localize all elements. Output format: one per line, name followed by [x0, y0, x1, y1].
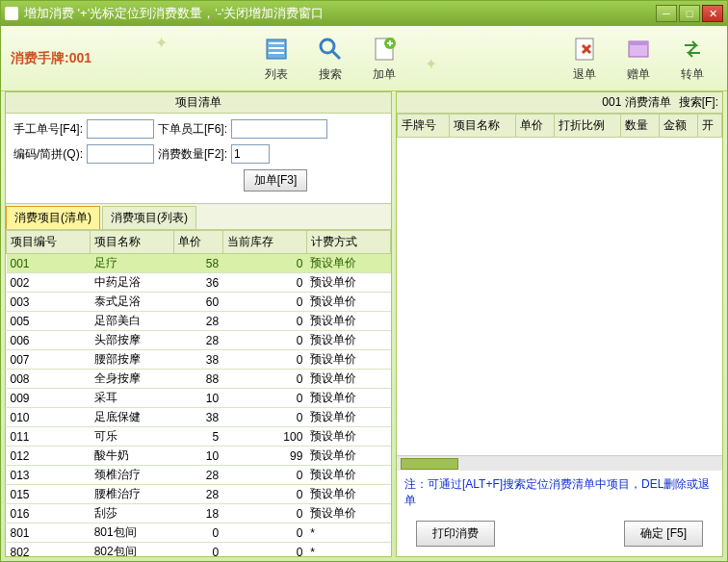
right-title-left: 001 消费清单 — [397, 94, 675, 111]
tabs: 消费项目(清单)消费项目(列表) — [6, 204, 391, 230]
col-header[interactable]: 当前库存 — [222, 231, 306, 254]
col-header[interactable]: 项目名称 — [91, 231, 174, 254]
toolbar-列表[interactable]: 列表 — [261, 34, 292, 83]
col-header[interactable]: 项目名称 — [450, 115, 516, 138]
col-header[interactable]: 开 — [697, 115, 721, 138]
加单-icon — [369, 34, 400, 64]
table-row[interactable]: 009采耳100预设单价 — [7, 389, 391, 408]
table-row[interactable]: 016刮莎180预设单价 — [7, 504, 391, 524]
add-button[interactable]: 加单[F3] — [244, 169, 308, 192]
app-icon — [5, 7, 18, 20]
items-table: 项目编号项目名称单价当前库存计费方式 001足疗580预设单价002中药足浴36… — [6, 230, 391, 556]
horizontal-scrollbar[interactable] — [397, 455, 722, 471]
svg-line-5 — [332, 51, 340, 59]
table-row[interactable]: 006头部按摩280预设单价 — [7, 331, 391, 350]
col-header[interactable]: 金额 — [659, 115, 697, 138]
toolbar-label: 退单 — [573, 66, 596, 83]
table-row[interactable]: 011可乐5100预设单价 — [7, 427, 391, 447]
table-row[interactable]: 002中药足浴360预设单价 — [7, 273, 391, 293]
star-decoration: ✦ — [155, 34, 174, 53]
left-table-wrap[interactable]: 项目编号项目名称单价当前库存计费方式 001足疗580预设单价002中药足浴36… — [6, 230, 391, 556]
table-row[interactable]: 008全身按摩880预设单价 — [7, 370, 391, 389]
col-header[interactable]: 项目编号 — [7, 231, 91, 254]
right-panel: 001 消费清单 搜索[F]: 手牌号项目名称单价打折比例数量金额开 注：可通过… — [396, 91, 723, 557]
table-row[interactable]: 010足底保健380预设单价 — [7, 408, 391, 427]
code-label: 编码/简拼(Q): — [13, 146, 83, 163]
qty-label: 消费数量[F2]: — [158, 146, 227, 163]
right-title-search: 搜索[F]: — [675, 94, 722, 111]
table-row[interactable]: 007腰部按摩380预设单价 — [7, 350, 391, 370]
consume-table: 手牌号项目名称单价打折比例数量金额开 — [397, 114, 722, 138]
toolbar-label: 赠单 — [627, 66, 650, 83]
toolbar-label: 转单 — [681, 66, 704, 83]
table-row[interactable]: 012酸牛奶1099预设单价 — [7, 447, 391, 466]
qty-input[interactable] — [231, 144, 270, 164]
table-row[interactable]: 013颈椎治疗280预设单价 — [7, 466, 391, 485]
consume-tag: 消费手牌:001 — [11, 50, 91, 67]
col-header[interactable]: 单价 — [174, 231, 222, 254]
star-decoration: ✦ — [425, 55, 444, 74]
toolbar-label: 加单 — [373, 66, 396, 83]
svg-rect-3 — [269, 52, 284, 54]
toolbar-退单[interactable]: 退单 — [569, 34, 600, 83]
转单-icon — [677, 34, 708, 64]
hint-note: 注：可通过[ALT+F]搜索定位消费清单中项目，DEL删除或退单 — [397, 471, 722, 515]
toolbar-加单[interactable]: 加单 — [369, 34, 400, 83]
toolbar: ✦ ✦ 消费手牌:001 列表搜索加单 退单赠单转单 — [1, 26, 727, 91]
搜索-icon — [315, 34, 346, 64]
赠单-icon — [623, 34, 654, 64]
toolbar-搜索[interactable]: 搜索 — [315, 34, 346, 83]
table-row[interactable]: 015腰椎治疗280预设单价 — [7, 485, 391, 504]
form-area: 手工单号[F4]: 下单员工[F6]: 编码/简拼(Q): 消费数量[F2]: … — [6, 114, 391, 204]
col-header[interactable]: 数量 — [620, 115, 659, 138]
列表-icon — [261, 34, 292, 64]
col-header[interactable]: 单价 — [516, 115, 555, 138]
toolbar-label: 列表 — [265, 66, 288, 83]
svg-point-4 — [321, 39, 334, 53]
table-row[interactable]: 001足疗580预设单价 — [7, 254, 391, 273]
code-input[interactable] — [87, 144, 154, 164]
print-button[interactable]: 打印消费 — [416, 521, 495, 547]
col-header[interactable]: 打折比例 — [555, 115, 621, 138]
left-panel-title: 项目清单 — [6, 92, 391, 114]
scroll-thumb[interactable] — [401, 458, 458, 470]
close-button[interactable]: ✕ — [702, 5, 723, 22]
right-panel-title: 001 消费清单 搜索[F]: — [397, 92, 722, 114]
manual-input[interactable] — [87, 119, 154, 139]
toolbar-转单[interactable]: 转单 — [677, 34, 708, 83]
toolbar-label: 搜索 — [319, 66, 342, 83]
maximize-button[interactable]: □ — [679, 5, 700, 22]
tab-消费项目(列表)[interactable]: 消费项目(列表) — [102, 206, 196, 229]
col-header[interactable]: 手牌号 — [398, 115, 450, 138]
svg-rect-2 — [269, 47, 284, 49]
minimize-button[interactable]: ─ — [656, 5, 677, 22]
table-row[interactable]: 801801包间00* — [7, 524, 391, 543]
consume-list-body[interactable] — [397, 138, 722, 455]
col-header[interactable]: 计费方式 — [306, 231, 390, 254]
table-row[interactable]: 003泰式足浴600预设单价 — [7, 293, 391, 312]
staff-input[interactable] — [231, 119, 327, 139]
window-title: 增加消费 '+'光标定位到消费数量，'-'关闭增加消费窗口 — [24, 5, 656, 22]
tab-消费项目(清单)[interactable]: 消费项目(清单) — [6, 206, 100, 229]
table-row[interactable]: 802802包间00* — [7, 543, 391, 557]
svg-rect-1 — [269, 42, 284, 44]
staff-label: 下单员工[F6]: — [158, 121, 227, 138]
table-row[interactable]: 005足部美白280预设单价 — [7, 312, 391, 331]
退单-icon — [569, 34, 600, 64]
svg-rect-10 — [629, 41, 648, 45]
titlebar: 增加消费 '+'光标定位到消费数量，'-'关闭增加消费窗口 ─ □ ✕ — [1, 1, 727, 26]
manual-label: 手工单号[F4]: — [13, 121, 83, 138]
left-panel: 项目清单 手工单号[F4]: 下单员工[F6]: 编码/简拼(Q): 消费数量[… — [5, 91, 392, 557]
toolbar-赠单[interactable]: 赠单 — [623, 34, 654, 83]
ok-button[interactable]: 确定 [F5] — [624, 521, 703, 547]
